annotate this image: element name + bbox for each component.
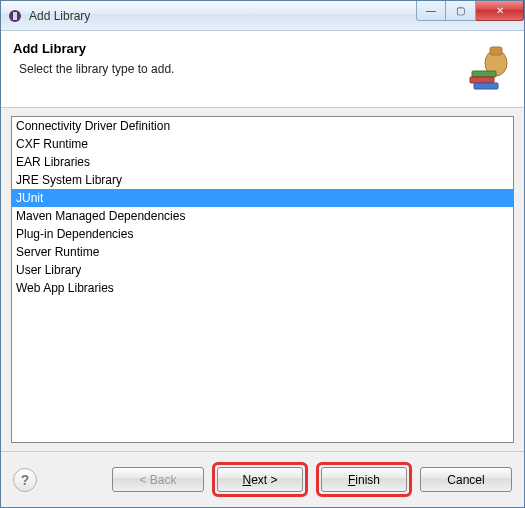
svg-rect-6 <box>474 83 498 89</box>
list-item[interactable]: Server Runtime <box>12 243 513 261</box>
svg-rect-1 <box>13 12 17 20</box>
window-controls: — ▢ ✕ <box>416 1 524 30</box>
list-item[interactable]: Plug-in Dependencies <box>12 225 513 243</box>
svg-rect-4 <box>472 71 496 77</box>
app-icon <box>7 8 23 24</box>
help-button[interactable]: ? <box>13 468 37 492</box>
list-item[interactable]: CXF Runtime <box>12 135 513 153</box>
list-item[interactable]: JUnit <box>12 189 513 207</box>
list-item[interactable]: Web App Libraries <box>12 279 513 297</box>
finish-highlight: Finish <box>316 462 412 497</box>
next-highlight: Next > <box>212 462 308 497</box>
close-button[interactable]: ✕ <box>476 1 524 21</box>
list-item[interactable]: Connectivity Driver Definition <box>12 117 513 135</box>
list-item[interactable]: Maven Managed Dependencies <box>12 207 513 225</box>
list-item[interactable]: JRE System Library <box>12 171 513 189</box>
svg-rect-5 <box>470 77 494 83</box>
list-item[interactable]: User Library <box>12 261 513 279</box>
page-title: Add Library <box>13 41 174 56</box>
svg-rect-3 <box>490 47 502 55</box>
library-icon <box>458 41 512 95</box>
wizard-header: Add Library Select the library type to a… <box>1 31 524 108</box>
maximize-button[interactable]: ▢ <box>446 1 476 21</box>
page-subtitle: Select the library type to add. <box>13 62 174 76</box>
next-button[interactable]: Next > <box>217 467 303 492</box>
library-type-list[interactable]: Connectivity Driver DefinitionCXF Runtim… <box>11 116 514 443</box>
cancel-button[interactable]: Cancel <box>420 467 512 492</box>
content-area: Connectivity Driver DefinitionCXF Runtim… <box>1 108 524 451</box>
minimize-button[interactable]: — <box>416 1 446 21</box>
button-bar: ? < Back Next > Finish Cancel <box>1 451 524 507</box>
list-item[interactable]: EAR Libraries <box>12 153 513 171</box>
header-text: Add Library Select the library type to a… <box>13 41 174 76</box>
dialog-window: Add Library — ▢ ✕ Add Library Select the… <box>0 0 525 508</box>
back-button[interactable]: < Back <box>112 467 204 492</box>
finish-button[interactable]: Finish <box>321 467 407 492</box>
window-title: Add Library <box>29 9 416 23</box>
title-bar[interactable]: Add Library — ▢ ✕ <box>1 1 524 31</box>
